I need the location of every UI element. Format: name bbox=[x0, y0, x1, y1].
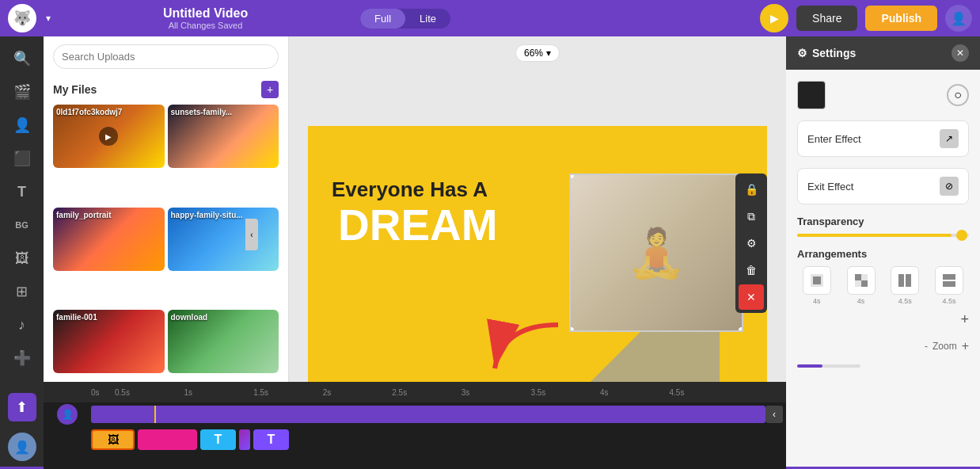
video-canvas[interactable]: Everyone Has A DREAM 🧘 bbox=[308, 126, 767, 395]
context-delete-button[interactable]: 🗑 bbox=[739, 257, 764, 283]
zoom-indicator[interactable]: 66% ▾ bbox=[515, 44, 560, 62]
color-swatch[interactable] bbox=[797, 81, 826, 109]
timeline-playhead[interactable] bbox=[154, 406, 156, 423]
mode-full-btn[interactable]: Full bbox=[360, 9, 405, 29]
transparency-slider-thumb[interactable] bbox=[956, 230, 967, 241]
list-item[interactable]: 0ld1f7ofc3kodwj7 ▶ bbox=[53, 105, 165, 168]
photo-element[interactable]: 🧘 bbox=[569, 173, 743, 332]
file-label: happy-family-situ... bbox=[171, 211, 243, 219]
user-avatar[interactable]: 👤 bbox=[945, 5, 972, 32]
arrangement-icon-1 bbox=[803, 266, 831, 295]
list-item[interactable]: happy-family-situ... bbox=[168, 208, 279, 271]
timeline-element-orange[interactable]: 🖼 bbox=[91, 429, 135, 450]
ruler-mark-35s: 3.5s bbox=[530, 388, 600, 397]
sidebar-item-shapes[interactable]: ⬛ bbox=[8, 144, 36, 173]
arrangement-label-4: 4.5s bbox=[943, 297, 956, 305]
timeline-track-row: 👤 ‹ bbox=[44, 402, 786, 426]
sidebar-item-music[interactable]: ♪ bbox=[8, 311, 36, 339]
ruler-mark-4s: 4s bbox=[600, 388, 670, 397]
sidebar-item-search[interactable]: 🔍 bbox=[8, 44, 36, 73]
sidebar-item-grid[interactable]: ⊞ bbox=[8, 277, 36, 306]
file-label: familie-001 bbox=[56, 313, 97, 322]
file-label: download bbox=[171, 313, 208, 322]
ruler-mark-1s: 1s bbox=[184, 388, 254, 397]
sidebar-item-upload[interactable]: ⬆ bbox=[8, 393, 36, 421]
zoom-slider[interactable] bbox=[797, 364, 860, 368]
transparency-section: Transparency bbox=[797, 215, 969, 237]
timeline-avatar-icon[interactable]: 👤 bbox=[57, 404, 78, 425]
arrangement-item-4[interactable]: 4.5s bbox=[929, 266, 969, 305]
transparency-label: Transparency bbox=[797, 215, 969, 227]
arrangement-label-3: 4.5s bbox=[898, 297, 912, 305]
publish-button[interactable]: Publish bbox=[865, 6, 937, 31]
timeline-area: 0s 0.5s 1s 1.5s 2s 2.5s 3s 3.5s 4s 4.5s … bbox=[44, 382, 786, 469]
video-title[interactable]: Untitled Video bbox=[59, 6, 352, 21]
files-grid: 0ld1f7ofc3kodwj7 ▶ sunsets-family... fam… bbox=[44, 105, 288, 410]
zoom-minus-label: - bbox=[925, 341, 928, 352]
share-button[interactable]: Share bbox=[796, 6, 857, 31]
sidebar-item-person[interactable]: 👤 bbox=[8, 111, 36, 139]
timeline-element-pink[interactable] bbox=[138, 429, 197, 450]
resize-handle-bl[interactable] bbox=[569, 327, 574, 332]
arrangements-add-button[interactable]: + bbox=[960, 311, 969, 328]
logo-caret: ▾ bbox=[46, 13, 51, 24]
ruler-mark-2s: 2s bbox=[323, 388, 393, 397]
arrangement-item-1[interactable]: 4s bbox=[797, 266, 837, 305]
context-copy-button[interactable]: ⧉ bbox=[739, 204, 764, 229]
enter-effect-icon: ↗ bbox=[940, 129, 959, 148]
arrangements-label: Arrangements bbox=[797, 248, 969, 260]
context-settings-button[interactable]: ⚙ bbox=[739, 231, 764, 256]
timeline-element-blue[interactable]: T bbox=[200, 429, 236, 450]
enter-effect-row[interactable]: Enter Effect ↗ bbox=[797, 120, 969, 157]
sidebar-item-media[interactable]: 🎬 bbox=[8, 78, 36, 106]
timeline-text-icon: T bbox=[215, 433, 222, 447]
settings-title: ⚙ Settings bbox=[797, 47, 856, 59]
settings-title-label: Settings bbox=[812, 47, 856, 59]
list-item[interactable]: download bbox=[168, 310, 279, 373]
timeline-element-purple[interactable]: T bbox=[253, 429, 289, 450]
transparency-slider-fill bbox=[797, 234, 952, 237]
list-item[interactable]: sunsets-family... bbox=[168, 105, 279, 168]
zoom-slider-fill bbox=[797, 364, 822, 368]
sidebar-item-add[interactable]: ➕ bbox=[8, 344, 36, 372]
list-item[interactable]: familie-001 bbox=[53, 310, 165, 373]
timeline-text-icon-2: T bbox=[268, 433, 275, 447]
sidebar-item-text[interactable]: T bbox=[8, 177, 36, 206]
mode-lite-btn[interactable]: Lite bbox=[405, 9, 450, 29]
resize-handle-br[interactable] bbox=[739, 327, 743, 332]
settings-close-button[interactable]: ✕ bbox=[952, 44, 969, 62]
arrangement-icon-3 bbox=[891, 266, 919, 295]
search-input[interactable] bbox=[53, 44, 279, 69]
transparency-slider[interactable] bbox=[797, 234, 969, 237]
app-logo[interactable]: 🐺 bbox=[8, 4, 36, 32]
panel-collapse-button[interactable]: ‹ bbox=[245, 219, 258, 250]
thumb-play-icon[interactable]: ▶ bbox=[99, 127, 118, 146]
canvas-text-dream[interactable]: DREAM bbox=[332, 202, 504, 249]
sidebar-item-image[interactable]: 🖼 bbox=[8, 244, 36, 273]
arrangement-item-2[interactable]: 4s bbox=[841, 266, 881, 305]
canvas-text-everyone: Everyone Has A bbox=[332, 177, 504, 202]
zoom-label: Zoom bbox=[933, 341, 957, 352]
exit-effect-row[interactable]: Exit Effect ⊘ bbox=[797, 168, 969, 204]
sidebar-bottom-avatar[interactable]: 👤 bbox=[8, 433, 36, 461]
context-lock-button[interactable]: 🔒 bbox=[739, 177, 764, 202]
context-close-button[interactable]: ✕ bbox=[739, 284, 764, 310]
timeline-ruler: 0s 0.5s 1s 1.5s 2s 2.5s 3s 3.5s 4s 4.5s bbox=[44, 382, 786, 402]
zoom-plus-button[interactable]: + bbox=[962, 339, 969, 353]
timeline-main-track[interactable] bbox=[91, 406, 765, 423]
add-file-button[interactable]: + bbox=[261, 81, 279, 98]
svg-rect-5 bbox=[861, 280, 868, 287]
arrangement-item-3[interactable]: 4.5s bbox=[886, 266, 925, 305]
my-files-header: My Files + bbox=[44, 77, 288, 105]
svg-rect-8 bbox=[943, 274, 955, 280]
list-item[interactable]: family_portrait bbox=[53, 208, 165, 271]
my-files-label: My Files bbox=[53, 83, 97, 96]
arrangement-icon-2 bbox=[847, 266, 876, 295]
timeline-collapse-button[interactable]: ‹ bbox=[765, 406, 783, 423]
ruler-mark-3s: 3s bbox=[462, 388, 531, 397]
preview-play-button[interactable] bbox=[760, 4, 788, 32]
arrangements-actions: + bbox=[797, 311, 969, 328]
sidebar-item-bg[interactable]: BG bbox=[8, 211, 36, 239]
color-circle-button[interactable]: ○ bbox=[947, 84, 969, 106]
arrangements-section: Arrangements 4s bbox=[797, 248, 969, 328]
